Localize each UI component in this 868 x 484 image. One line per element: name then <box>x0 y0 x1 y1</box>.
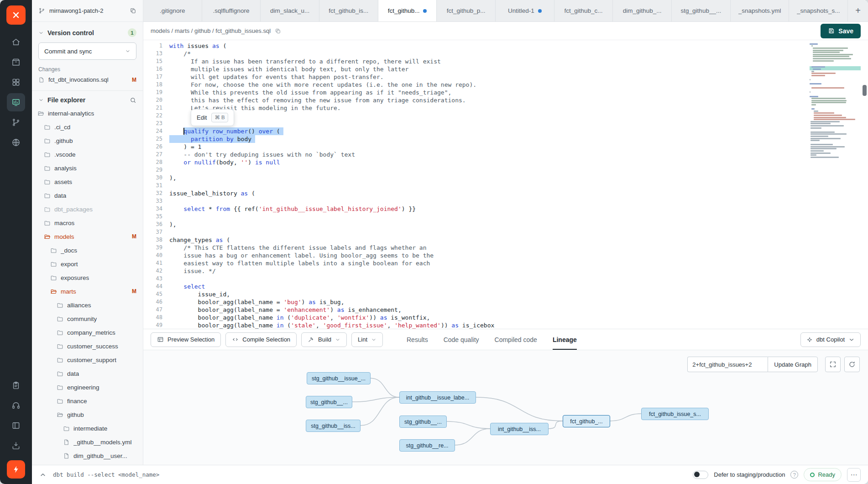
code-line[interactable]: 43 <box>143 275 868 283</box>
tree-item[interactable]: data <box>32 189 143 202</box>
code-line[interactable]: 38change_types as ( <box>143 236 868 244</box>
tab-results[interactable]: Results <box>407 329 428 350</box>
editor-scrollbar-thumb[interactable] <box>863 85 867 96</box>
code-line[interactable]: 47 boolor_agg(label_name = 'enhancement'… <box>143 306 868 314</box>
minimap[interactable] <box>810 43 861 158</box>
lineage-node[interactable]: stg_github__re... <box>399 439 455 452</box>
code-line[interactable]: 34 select * from {{ ref('int_github__iss… <box>143 205 868 213</box>
code-line[interactable]: 23 <box>143 120 868 127</box>
tab-lineage[interactable]: Lineage <box>553 329 577 350</box>
new-tab-button[interactable]: + <box>848 0 868 21</box>
tree-item[interactable]: alliances <box>32 298 143 312</box>
code-line[interactable]: 48 boolor_agg(label_name in ('duplicate'… <box>143 314 868 321</box>
code-line[interactable]: 15 If an issue has been transferred to a… <box>143 58 868 65</box>
code-line[interactable]: 37 <box>143 228 868 236</box>
tree-item[interactable]: github <box>32 408 143 421</box>
code-line[interactable]: 33 <box>143 197 868 205</box>
commit-and-sync-button[interactable]: Commit and sync <box>38 42 136 60</box>
code-line[interactable]: 40 issue has a bug or enhancement label.… <box>143 252 868 259</box>
tree-item[interactable]: customer_support <box>32 353 143 367</box>
tree-item[interactable]: modelsM <box>32 230 143 243</box>
code-line[interactable]: 1with issues as ( <box>143 42 868 50</box>
box-icon[interactable] <box>7 53 25 71</box>
tree-item[interactable]: dim_github__user... <box>32 449 143 463</box>
code-line[interactable]: 30), <box>143 174 868 182</box>
code-line[interactable]: 25 partition by body <box>143 135 868 143</box>
editor-tab[interactable]: Untitled-1 <box>496 0 554 21</box>
tab-code-quality[interactable]: Code quality <box>444 329 479 350</box>
help-icon[interactable]: ? <box>790 471 798 479</box>
lint-button[interactable]: Lint <box>351 332 383 347</box>
book-icon[interactable] <box>7 416 25 435</box>
dbt-logo[interactable] <box>6 5 26 25</box>
changed-file[interactable]: fct_dbt_invocations.sqlM <box>38 76 136 83</box>
cli-command[interactable]: dbt build --select <model_name> <box>53 471 159 478</box>
search-icon[interactable] <box>130 97 136 104</box>
develop-icon[interactable] <box>7 93 25 111</box>
code-line[interactable]: 49 boolor_agg(label_name in ('stale', 'g… <box>143 321 868 329</box>
fullscreen-button[interactable] <box>825 357 841 372</box>
refresh-graph-button[interactable] <box>844 357 860 372</box>
code-line[interactable]: 36), <box>143 221 868 228</box>
workspace-logo[interactable] <box>7 460 25 479</box>
code-line[interactable]: 31 <box>143 182 868 189</box>
editor-tab[interactable]: fct_github_is... <box>319 0 378 21</box>
code-line[interactable]: 22 <box>143 112 868 120</box>
code-line[interactable]: 24 qualify row_number() over ( <box>143 127 868 135</box>
code-line[interactable]: 44 select <box>143 283 868 290</box>
preview-selection-button[interactable]: Preview Selection <box>151 332 221 347</box>
tree-item[interactable]: macros <box>32 216 143 230</box>
code-line[interactable]: 41 easiest way to flatten multiple label… <box>143 259 868 267</box>
code-line[interactable]: 46 boolor_agg(label_name = 'bug') as is_… <box>143 298 868 306</box>
code-line[interactable]: 35 <box>143 213 868 221</box>
home-icon[interactable] <box>7 33 25 51</box>
headset-icon[interactable] <box>7 396 25 415</box>
lineage-node[interactable]: int_github__issue_labe... <box>399 391 476 404</box>
editor-tab[interactable]: .sqlfluffignore <box>202 0 261 21</box>
tree-item[interactable]: dbt_packages <box>32 202 143 216</box>
tree-item[interactable]: community <box>32 312 143 326</box>
grid-icon[interactable] <box>7 73 25 91</box>
code-line[interactable]: 17 will get updates for events that happ… <box>143 73 868 81</box>
code-line[interactable]: 18 For now, choose the one with more rec… <box>143 81 868 89</box>
editor-tab[interactable]: stg_github__... <box>672 0 731 21</box>
copy-path-icon[interactable] <box>275 28 281 34</box>
code-line[interactable]: 27 -- don't try deduping issues with no … <box>143 151 868 158</box>
code-line[interactable]: 16 multiple issues with identical body t… <box>143 65 868 73</box>
lineage-node[interactable]: stg_github__issue_... <box>307 372 371 384</box>
tab-compiled-code[interactable]: Compiled code <box>495 329 537 350</box>
lineage-node[interactable]: stg_github__iss... <box>306 420 361 432</box>
defer-toggle[interactable] <box>693 471 708 479</box>
editor-tab[interactable]: dim_slack_u... <box>261 0 319 21</box>
tree-item[interactable]: martsM <box>32 284 143 298</box>
editor-tab[interactable]: _snapshots_s... <box>789 0 848 21</box>
editor-tab[interactable]: fct_github_p... <box>437 0 496 21</box>
tree-item[interactable]: .vscode <box>32 147 143 161</box>
lineage-selector-input[interactable] <box>687 357 768 372</box>
tree-item[interactable]: .github <box>32 134 143 147</box>
tree-item[interactable]: exposures <box>32 271 143 284</box>
lineage-node[interactable]: int_github__iss... <box>490 423 549 435</box>
clipboard-icon[interactable] <box>7 376 25 395</box>
tree-item[interactable]: assets <box>32 175 143 189</box>
code-line[interactable]: 21 Let's revisit this modeling in the fu… <box>143 104 868 112</box>
tree-item[interactable]: data <box>32 367 143 380</box>
code-line[interactable]: 45 issue_id, <box>143 290 868 298</box>
edit-popup[interactable]: Edit ⌘ B <box>191 109 234 126</box>
save-button[interactable]: Save <box>821 24 861 38</box>
version-control-header[interactable]: Version control 1 <box>38 28 136 37</box>
tree-item[interactable]: _github__models.yml <box>32 435 143 449</box>
editor-tab[interactable]: .gitignore <box>143 0 202 21</box>
lineage-node[interactable]: stg_github__... <box>306 396 352 408</box>
code-line[interactable]: 19 While this prevents the old issue fro… <box>143 89 868 96</box>
file-explorer-header[interactable]: File explorer <box>32 96 143 104</box>
code-line[interactable]: 28 or nullif(body, '') is null <box>143 158 868 166</box>
tree-item[interactable]: company_metrics <box>32 326 143 339</box>
tree-item[interactable]: customer_success <box>32 339 143 353</box>
code-line[interactable]: 32issue_label_history as ( <box>143 189 868 197</box>
tree-item[interactable]: export <box>32 257 143 271</box>
tree-item[interactable]: finance <box>32 394 143 408</box>
editor-tab[interactable]: fct_github... <box>378 0 437 21</box>
lineage-node[interactable]: fct_github_... <box>563 415 610 427</box>
branch-icon[interactable] <box>7 113 25 132</box>
